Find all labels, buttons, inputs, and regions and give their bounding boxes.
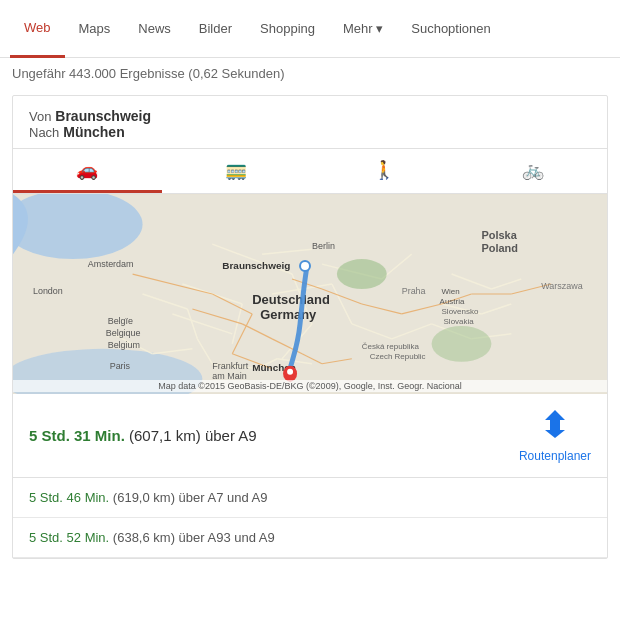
svg-text:Belgium: Belgium (108, 340, 140, 350)
route-main: 5 Std. 31 Min. (607,1 km) über A9 Routen… (13, 394, 607, 478)
alt-route-2-detail: (638,6 km) über A93 und A9 (113, 530, 275, 545)
route-via: über A9 (205, 427, 257, 444)
directions-card: Von Braunschweig Nach München 🚗 🚃 🚶 🚲 (12, 95, 608, 559)
to-label: Nach (29, 125, 59, 140)
map-attribution: Map data ©2015 GeoBasis-DE/BKG (©2009), … (13, 380, 607, 392)
svg-text:Deutschland: Deutschland (252, 292, 330, 307)
nav-item-maps[interactable]: Maps (65, 0, 125, 58)
svg-text:Poland: Poland (481, 242, 518, 254)
to-city: München (63, 124, 124, 140)
svg-text:Belgïe: Belgïe (108, 316, 133, 326)
alt-route-1-detail: (619,0 km) über A7 und A9 (113, 490, 268, 505)
tab-car[interactable]: 🚗 (13, 149, 162, 193)
svg-point-70 (300, 261, 310, 271)
svg-text:London: London (33, 286, 63, 296)
svg-text:Warszawa: Warszawa (541, 281, 582, 291)
alt-route-2-time: 5 Std. 52 Min. (29, 530, 109, 545)
tab-walk[interactable]: 🚶 (310, 149, 459, 193)
alt-route-2[interactable]: 5 Std. 52 Min. (638,6 km) über A93 und A… (13, 518, 607, 558)
svg-text:Slovakia: Slovakia (444, 317, 475, 326)
nav-item-shopping[interactable]: Shopping (246, 0, 329, 58)
transport-tabs: 🚗 🚃 🚶 🚲 (13, 149, 607, 194)
svg-text:Wien: Wien (442, 287, 460, 296)
svg-text:Česká republika: Česká republika (362, 342, 420, 351)
nav-item-bilder[interactable]: Bilder (185, 0, 246, 58)
svg-point-46 (337, 259, 387, 289)
routeplaner-button[interactable]: Routenplaner (519, 408, 591, 463)
svg-text:Austria: Austria (440, 297, 465, 306)
svg-text:Belgique: Belgique (106, 328, 141, 338)
svg-text:Amsterdam: Amsterdam (88, 259, 134, 269)
svg-text:Czech Republic: Czech Republic (370, 352, 426, 361)
svg-text:Slovensko: Slovensko (442, 307, 479, 316)
svg-text:Paris: Paris (110, 361, 131, 371)
svg-text:Germany: Germany (260, 307, 317, 322)
map-container[interactable]: Polska Poland Warszawa Deutschland Germa… (13, 194, 607, 394)
tab-bike[interactable]: 🚲 (459, 149, 608, 193)
svg-text:Braunschweig: Braunschweig (222, 260, 290, 271)
navigation-bar: Web Maps News Bilder Shopping Mehr ▾ Suc… (0, 0, 620, 58)
from-city: Braunschweig (55, 108, 151, 124)
routeplaner-icon (540, 408, 570, 447)
svg-text:Berlin: Berlin (312, 241, 335, 251)
nav-item-news[interactable]: News (124, 0, 185, 58)
svg-text:Praha: Praha (402, 286, 426, 296)
route-time: 5 Std. 31 Min. (29, 427, 125, 444)
nav-item-web[interactable]: Web (10, 0, 65, 58)
route-primary-info: 5 Std. 31 Min. (607,1 km) über A9 (29, 427, 257, 444)
alt-route-1-time: 5 Std. 46 Min. (29, 490, 109, 505)
to-line: Nach München (29, 124, 591, 140)
directions-header: Von Braunschweig Nach München (13, 96, 607, 149)
routeplaner-label: Routenplaner (519, 449, 591, 463)
svg-point-47 (432, 326, 492, 362)
route-distance: (607,1 km) (129, 427, 201, 444)
from-line: Von Braunschweig (29, 108, 591, 124)
svg-text:Frankfurt: Frankfurt (212, 361, 248, 371)
alt-route-1[interactable]: 5 Std. 46 Min. (619,0 km) über A7 und A9 (13, 478, 607, 518)
svg-text:Polska: Polska (481, 229, 517, 241)
nav-item-mehr[interactable]: Mehr ▾ (329, 0, 397, 58)
svg-point-73 (287, 369, 293, 375)
tab-transit[interactable]: 🚃 (162, 149, 311, 193)
route-distance-via: (607,1 km) über A9 (129, 427, 257, 444)
nav-item-suchoptionen[interactable]: Suchoptionen (397, 0, 505, 58)
from-label: Von (29, 109, 51, 124)
result-count: Ungefähr 443.000 Ergebnisse (0,62 Sekund… (0, 58, 620, 91)
